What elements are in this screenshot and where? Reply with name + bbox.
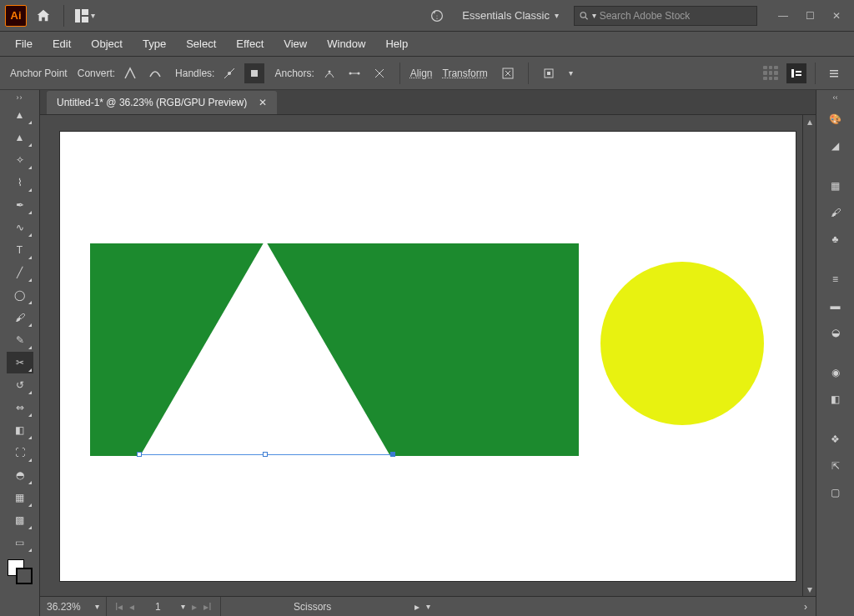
- search-icon: [580, 11, 589, 21]
- tool-flyout-indicator-icon: [28, 211, 32, 214]
- transform-link[interactable]: Transform: [443, 68, 488, 79]
- right-panel-strip: ‹‹ 🎨◢▦🖌♣≡▬◒◉◧❖⇱▢: [816, 90, 854, 616]
- perspective-grid-tool[interactable]: ▦: [7, 487, 33, 508]
- scissors-tool[interactable]: ✂: [7, 352, 33, 373]
- symbols-panel-icon[interactable]: ♣: [822, 227, 849, 252]
- connect-anchor-button[interactable]: [344, 63, 364, 83]
- menu-type[interactable]: Type: [134, 34, 174, 53]
- mesh-tool[interactable]: ▩: [7, 509, 33, 531]
- tool-flyout-indicator-icon: [28, 256, 32, 259]
- asset-export-panel-icon[interactable]: ⇱: [822, 453, 849, 478]
- reflect-tool[interactable]: ⇔: [7, 397, 33, 418]
- artboard[interactable]: [60, 132, 796, 581]
- menu-select[interactable]: Select: [178, 34, 224, 53]
- scroll-right-button[interactable]: ›: [796, 601, 816, 613]
- first-artboard-button[interactable]: I◂: [115, 601, 123, 613]
- hide-handles-button[interactable]: [244, 63, 264, 83]
- curvature-tool[interactable]: ∿: [7, 217, 33, 238]
- show-handles-button[interactable]: [219, 63, 239, 83]
- anchor-point-handle-selected[interactable]: [390, 452, 395, 457]
- gradient-panel-icon[interactable]: ▬: [822, 293, 849, 318]
- workspace-switcher[interactable]: Essentials Classic ▾: [454, 6, 567, 25]
- shape-builder-tool[interactable]: ◓: [7, 464, 33, 486]
- discover-icon[interactable]: [427, 6, 447, 26]
- close-tab-button[interactable]: ✕: [259, 97, 267, 108]
- isolate-button[interactable]: [498, 63, 518, 83]
- graphic-styles-panel-icon[interactable]: ◧: [822, 387, 849, 412]
- menu-file[interactable]: File: [7, 34, 41, 53]
- canvas-viewport[interactable]: ▴ ▾: [40, 115, 816, 596]
- pencil-tool[interactable]: ✎: [7, 329, 33, 351]
- svg-rect-15: [796, 71, 801, 73]
- gradient-tool[interactable]: ▭: [7, 532, 33, 553]
- workspace-label: Essentials Classic: [462, 9, 550, 22]
- tool-flyout-indicator-icon: [28, 503, 32, 507]
- selection-tool[interactable]: ▲: [7, 104, 33, 126]
- layers-panel-icon[interactable]: ❖: [822, 427, 849, 452]
- chevron-down-icon[interactable]: ▾: [426, 602, 430, 611]
- convert-label: Convert:: [78, 68, 115, 79]
- align-link[interactable]: Align: [410, 68, 433, 79]
- rotate-tool[interactable]: ↺: [7, 374, 33, 396]
- artboard-number[interactable]: 1: [141, 601, 174, 613]
- fill-stroke-swatches[interactable]: [6, 558, 34, 586]
- convert-corner-button[interactable]: [120, 63, 140, 83]
- menu-object[interactable]: Object: [83, 34, 131, 53]
- document-tab[interactable]: Untitled-1* @ 36.23% (RGB/GPU Preview) ✕: [47, 91, 277, 114]
- width-tool[interactable]: ◧: [7, 419, 33, 441]
- stroke-panel-icon[interactable]: ≡: [822, 267, 849, 292]
- type-tool[interactable]: T: [7, 239, 33, 261]
- toolbox-expand-handle[interactable]: ››: [0, 92, 39, 103]
- maximize-button[interactable]: ☐: [797, 7, 822, 25]
- appearance-panel-icon[interactable]: ◉: [822, 360, 849, 385]
- menu-view[interactable]: View: [275, 34, 315, 53]
- align-to-button[interactable]: [539, 63, 559, 83]
- zoom-level[interactable]: 36.23% ▾: [40, 597, 107, 616]
- menu-window[interactable]: Window: [319, 34, 374, 53]
- home-icon[interactable]: [33, 6, 53, 26]
- line-segment-tool[interactable]: ╱: [7, 262, 33, 283]
- search-adobe-stock[interactable]: ▾: [574, 6, 757, 26]
- cut-path-button[interactable]: [369, 63, 389, 83]
- close-button[interactable]: ✕: [824, 7, 849, 25]
- reference-point-grid[interactable]: [763, 66, 778, 81]
- arrange-documents-button[interactable]: ▾: [74, 8, 95, 23]
- ellipse-tool[interactable]: ◯: [7, 284, 33, 306]
- convert-smooth-button[interactable]: [145, 63, 165, 83]
- lasso-tool[interactable]: ⌇: [7, 172, 33, 193]
- paintbrush-tool[interactable]: 🖌: [7, 307, 33, 328]
- status-play-button[interactable]: ▸: [414, 601, 419, 613]
- swatches-panel-icon[interactable]: ▦: [822, 173, 849, 198]
- last-artboard-button[interactable]: ▸I: [203, 601, 211, 613]
- pen-tool[interactable]: ✒: [7, 194, 33, 216]
- direct-selection-tool[interactable]: ▲: [7, 127, 33, 148]
- menu-effect[interactable]: Effect: [228, 34, 272, 53]
- yellow-circle-shape[interactable]: [600, 262, 764, 425]
- minimize-button[interactable]: —: [771, 7, 796, 25]
- pin-control-bar-button[interactable]: [786, 63, 806, 83]
- vertical-scrollbar[interactable]: ▴ ▾: [802, 115, 816, 596]
- color-panel-icon[interactable]: 🎨: [822, 107, 849, 132]
- anchor-point-handle[interactable]: [263, 452, 268, 457]
- remove-anchor-button[interactable]: [319, 63, 339, 83]
- chevron-down-icon[interactable]: ▾: [569, 68, 573, 78]
- prev-artboard-button[interactable]: ◂: [129, 601, 134, 613]
- search-input[interactable]: [600, 10, 751, 22]
- menu-edit[interactable]: Edit: [44, 34, 79, 53]
- scroll-up-button[interactable]: ▴: [803, 115, 816, 128]
- chevron-down-icon[interactable]: ▾: [181, 602, 185, 611]
- scroll-track[interactable]: [803, 128, 816, 583]
- stroke-swatch[interactable]: [16, 568, 33, 584]
- free-transform-tool[interactable]: ⛶: [7, 442, 33, 463]
- scroll-down-button[interactable]: ▾: [803, 583, 816, 596]
- control-bar-menu-button[interactable]: [824, 63, 844, 83]
- magic-wand-tool[interactable]: ✧: [7, 149, 33, 171]
- menu-help[interactable]: Help: [377, 34, 416, 53]
- artboards-panel-icon[interactable]: ▢: [822, 480, 849, 505]
- brushes-panel-icon[interactable]: 🖌: [822, 200, 849, 225]
- right-panels-expand-handle[interactable]: ‹‹: [816, 92, 854, 103]
- anchor-point-handle[interactable]: [137, 452, 142, 457]
- next-artboard-button[interactable]: ▸: [192, 601, 197, 613]
- transparency-panel-icon[interactable]: ◒: [822, 320, 849, 345]
- color-guide-panel-icon[interactable]: ◢: [822, 133, 849, 158]
